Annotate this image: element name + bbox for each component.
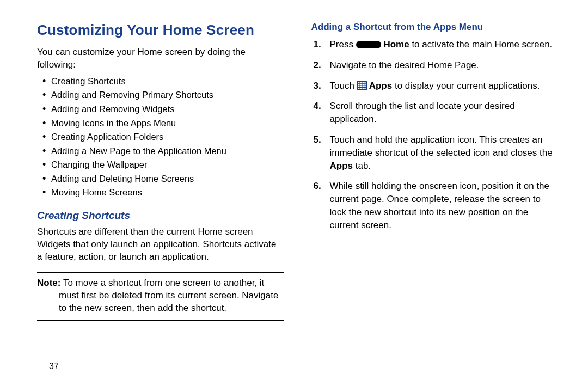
- home-label: Home: [381, 39, 409, 50]
- customize-bullet-list: Creating Shortcuts Adding and Removing P…: [37, 75, 284, 200]
- step-text: Press: [330, 39, 356, 50]
- note-body: To move a shortcut from one screen to an…: [59, 278, 278, 313]
- step-1: Press Home to activate the main Home scr…: [311, 38, 559, 51]
- step-4: Scroll through the list and locate your …: [311, 100, 559, 126]
- note-block: Note: To move a shortcut from one screen…: [37, 272, 284, 321]
- page-number: 37: [49, 362, 59, 371]
- list-item: Creating Shortcuts: [42, 75, 284, 89]
- step-text: to activate the main Home screen.: [409, 39, 553, 50]
- step-2: Navigate to the desired Home Page.: [311, 59, 559, 72]
- svg-rect-16: [364, 88, 366, 89]
- left-column: Customizing Your Home Screen You can cus…: [37, 22, 284, 376]
- list-item: Adding a New Page to the Application Men…: [42, 144, 284, 158]
- list-item: Adding and Removing Widgets: [42, 102, 284, 117]
- svg-rect-14: [360, 88, 362, 89]
- steps-list: Press Home to activate the main Home scr…: [311, 38, 559, 232]
- svg-rect-11: [362, 85, 364, 87]
- step-text: Touch and hold the application icon. Thi…: [330, 134, 553, 158]
- step-text: to display your current applications.: [392, 81, 540, 91]
- note-label: Note:: [37, 278, 60, 288]
- svg-rect-15: [362, 88, 364, 89]
- creating-shortcuts-heading: Creating Shortcuts: [37, 210, 284, 222]
- note-text: Note: To move a shortcut from one screen…: [37, 277, 284, 315]
- step-text: tab.: [353, 161, 371, 171]
- creating-shortcuts-body: Shortcuts are different than the current…: [37, 226, 284, 264]
- right-column: Adding a Shortcut from the Apps Menu Pre…: [311, 22, 559, 376]
- apps-tab-label: Apps: [330, 161, 353, 171]
- svg-rect-1: [358, 82, 360, 83]
- list-item: Moving Icons in the Apps Menu: [42, 117, 284, 131]
- page-title: Customizing Your Home Screen: [37, 22, 284, 39]
- list-item: Creating Application Folders: [42, 130, 284, 144]
- svg-rect-13: [358, 88, 360, 89]
- svg-rect-4: [364, 82, 366, 83]
- list-item: Adding and Removing Primary Shortcuts: [42, 88, 284, 102]
- svg-rect-10: [360, 85, 362, 87]
- svg-rect-9: [358, 85, 360, 87]
- svg-rect-8: [364, 83, 366, 85]
- adding-shortcut-heading: Adding a Shortcut from the Apps Menu: [311, 22, 559, 33]
- home-key-icon: [356, 41, 381, 48]
- document-page: Customizing Your Home Screen You can cus…: [0, 0, 588, 392]
- svg-rect-6: [360, 83, 362, 85]
- step-3: Touch Apps to display your current appli…: [311, 79, 559, 93]
- intro-text: You can customize your Home screen by do…: [37, 46, 284, 71]
- svg-rect-3: [362, 82, 364, 83]
- list-item: Changing the Wallpaper: [42, 158, 284, 172]
- step-6: While still holding the onscreen icon, p…: [311, 180, 559, 231]
- svg-rect-7: [362, 83, 364, 85]
- step-text: Touch: [330, 81, 357, 91]
- step-5: Touch and hold the application icon. Thi…: [311, 133, 559, 172]
- apps-label: Apps: [367, 81, 393, 91]
- svg-rect-2: [360, 82, 362, 83]
- list-item: Moving Home Screens: [42, 186, 284, 200]
- list-item: Adding and Deleting Home Screens: [42, 172, 284, 186]
- svg-rect-12: [364, 85, 366, 87]
- apps-grid-icon: [357, 81, 367, 90]
- svg-rect-5: [358, 83, 360, 85]
